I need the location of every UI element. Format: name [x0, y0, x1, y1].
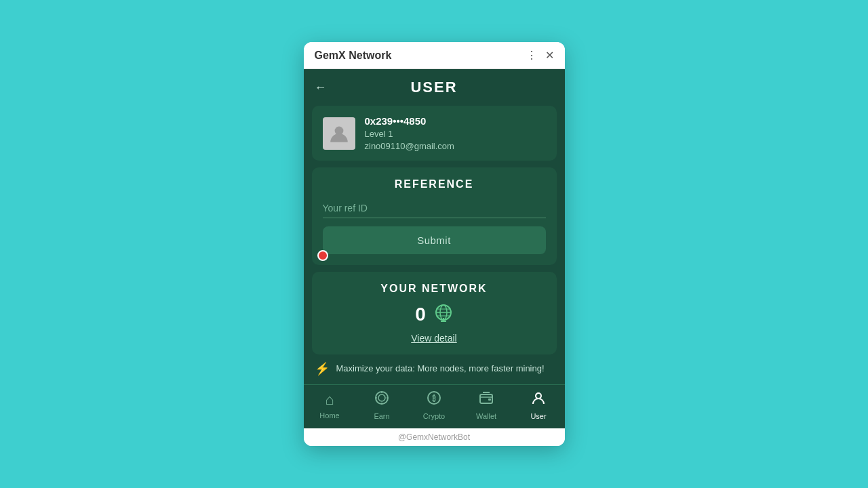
footer: @GemxNetworkBot	[304, 428, 565, 446]
user-card: 0x239•••4850 Level 1 zino09110@gmail.com	[312, 106, 557, 161]
error-indicator	[317, 250, 328, 261]
reference-card: REFERENCE Submit	[312, 167, 557, 265]
network-count: 0	[415, 304, 426, 325]
user-nav-icon	[531, 390, 546, 409]
network-count-row: 0	[323, 303, 546, 326]
nav-label-earn: Earn	[374, 412, 389, 420]
network-card: YOUR NETWORK 0 View detail	[312, 272, 557, 354]
nav-item-home[interactable]: ⌂ Home	[311, 391, 349, 420]
view-detail-link[interactable]: View detail	[323, 333, 546, 344]
svg-text:₿: ₿	[432, 394, 436, 403]
ref-id-input[interactable]	[323, 199, 546, 218]
nav-label-user: User	[530, 412, 546, 420]
app-title: GemX Network	[315, 49, 392, 62]
title-bar: GemX Network ⋮ ✕	[304, 42, 565, 69]
page-header: ← USER	[304, 69, 565, 106]
svg-point-8	[376, 392, 388, 404]
home-icon: ⌂	[325, 391, 334, 409]
submit-button[interactable]: Submit	[323, 226, 546, 254]
flash-icon: ⚡	[315, 361, 330, 376]
title-bar-icons: ⋮ ✕	[526, 49, 554, 62]
user-address: 0x239•••4850	[365, 115, 454, 127]
avatar	[323, 117, 355, 150]
bottom-nav: ⌂ Home Earn ₿	[304, 384, 565, 428]
close-icon[interactable]: ✕	[545, 49, 554, 62]
page-title: USER	[410, 79, 457, 96]
nav-item-crypto[interactable]: ₿ Crypto	[415, 390, 453, 420]
svg-point-9	[378, 394, 385, 401]
svg-rect-13	[488, 399, 491, 401]
back-button[interactable]: ←	[315, 81, 327, 95]
info-banner: ⚡ Maximize your data: More nodes, more f…	[312, 361, 557, 376]
earn-icon	[374, 390, 389, 409]
info-text: Maximize your data: More nodes, more fas…	[336, 363, 545, 375]
nav-label-crypto: Crypto	[423, 412, 445, 420]
globe-icon	[434, 303, 453, 326]
network-title: YOUR NETWORK	[323, 283, 546, 295]
user-level: Level 1	[365, 129, 454, 139]
reference-title: REFERENCE	[323, 178, 546, 190]
app-content: ← USER 0x239•••4850 Level 1 zino09110@gm…	[304, 69, 565, 428]
nav-item-wallet[interactable]: Wallet	[467, 390, 505, 420]
user-email: zino09110@gmail.com	[365, 141, 454, 151]
nav-label-wallet: Wallet	[476, 412, 496, 420]
svg-point-14	[536, 393, 541, 399]
footer-text: @GemxNetworkBot	[398, 432, 470, 442]
wallet-icon	[479, 390, 494, 409]
nav-label-home: Home	[319, 411, 339, 420]
user-info: 0x239•••4850 Level 1 zino09110@gmail.com	[365, 115, 454, 151]
nav-item-earn[interactable]: Earn	[363, 390, 401, 420]
nav-item-user[interactable]: User	[519, 390, 557, 420]
crypto-icon: ₿	[427, 390, 441, 409]
app-window: GemX Network ⋮ ✕ ← USER 0x239•••4850 Lev…	[304, 42, 565, 446]
menu-icon[interactable]: ⋮	[526, 49, 537, 62]
